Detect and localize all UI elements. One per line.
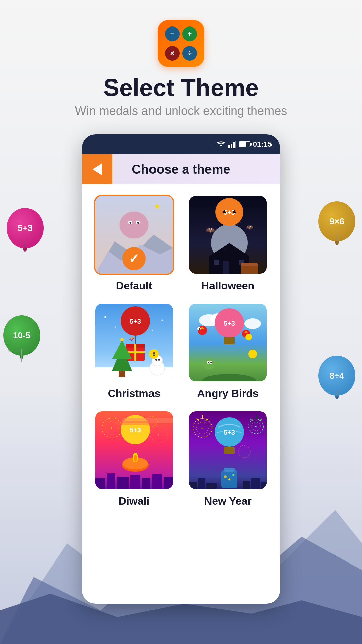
svg-point-77 bbox=[248, 350, 257, 358]
svg-text:✦: ✦ bbox=[254, 425, 257, 428]
svg-point-118 bbox=[232, 474, 234, 476]
theme-label-default: Default bbox=[116, 280, 152, 292]
diwali-bg-svg: ✦ ✦ 5+3 bbox=[95, 411, 174, 490]
svg-marker-3 bbox=[220, 145, 222, 147]
angry-birds-bg-svg: 5+3 bbox=[189, 304, 268, 383]
svg-rect-96 bbox=[142, 478, 150, 490]
balloon-text: 8÷4 bbox=[329, 371, 344, 381]
theme-card-default[interactable]: ★ ✓ bbox=[94, 195, 174, 275]
minus-symbol: − bbox=[165, 26, 180, 41]
signal-icon bbox=[228, 141, 236, 148]
divide-symbol: ÷ bbox=[182, 46, 197, 61]
svg-rect-120 bbox=[198, 478, 205, 490]
selected-checkmark: ✓ bbox=[122, 247, 146, 270]
svg-rect-119 bbox=[189, 482, 197, 490]
page-subtitle: Win medals and unlock exciting themes bbox=[75, 104, 287, 118]
svg-rect-94 bbox=[117, 477, 129, 490]
svg-rect-122 bbox=[243, 481, 250, 490]
svg-text:🦇: 🦇 bbox=[206, 226, 215, 235]
svg-rect-124 bbox=[261, 482, 268, 490]
svg-rect-6 bbox=[233, 142, 235, 148]
theme-card-halloween[interactable]: 5+3 🦇 🦇 bbox=[188, 195, 268, 275]
svg-point-76 bbox=[210, 362, 212, 363]
svg-rect-5 bbox=[231, 144, 232, 148]
svg-rect-7 bbox=[235, 141, 236, 148]
theme-item-default[interactable]: ★ ✓ bbox=[92, 195, 176, 292]
svg-rect-123 bbox=[251, 478, 260, 490]
svg-text:✦: ✦ bbox=[157, 433, 160, 437]
svg-point-54 bbox=[162, 320, 163, 321]
app-header: Choose a theme bbox=[82, 154, 280, 184]
svg-point-53 bbox=[115, 326, 116, 328]
theme-card-new-year[interactable]: ✦ ✦ 5+3 bbox=[188, 410, 268, 490]
svg-text:5+3: 5+3 bbox=[130, 318, 141, 325]
svg-rect-115 bbox=[224, 468, 235, 472]
svg-text:🦇: 🦇 bbox=[246, 224, 254, 231]
svg-rect-92 bbox=[95, 478, 105, 490]
back-button[interactable] bbox=[82, 154, 112, 184]
svg-rect-43 bbox=[119, 371, 125, 377]
svg-rect-27 bbox=[223, 261, 229, 275]
svg-rect-31 bbox=[241, 263, 258, 266]
status-icons: 01:15 bbox=[216, 140, 272, 149]
svg-point-52 bbox=[104, 316, 106, 318]
svg-text:5+3: 5+3 bbox=[224, 320, 235, 327]
theme-label-angry-birds: Angry Birds bbox=[197, 387, 258, 400]
svg-rect-111 bbox=[224, 447, 235, 454]
theme-item-halloween[interactable]: 5+3 🦇 🦇 bbox=[186, 195, 270, 292]
svg-text:5+3: 5+3 bbox=[224, 429, 235, 436]
back-arrow-icon bbox=[93, 163, 102, 175]
christmas-bg-svg: 5+3 bbox=[95, 304, 174, 383]
theme-item-christmas[interactable]: 5+3 bbox=[92, 302, 176, 400]
svg-text:✦: ✦ bbox=[227, 477, 231, 482]
time-display: 01:15 bbox=[253, 140, 272, 149]
svg-point-10 bbox=[120, 211, 149, 238]
theme-label-halloween: Halloween bbox=[201, 280, 254, 292]
svg-rect-95 bbox=[130, 475, 140, 490]
theme-item-angry-birds[interactable]: 5+3 bbox=[186, 302, 270, 400]
balloon-text: 10-5 bbox=[13, 330, 31, 341]
times-symbol: × bbox=[165, 46, 180, 61]
balloon-left-1: 5+3 bbox=[7, 208, 44, 252]
svg-point-13 bbox=[129, 222, 131, 224]
app-icon: − + × ÷ bbox=[158, 20, 204, 67]
battery-icon bbox=[239, 141, 250, 147]
theme-label-christmas: Christmas bbox=[108, 387, 161, 400]
phone-mockup: 01:15 Choose a theme bbox=[82, 134, 280, 604]
svg-point-68 bbox=[199, 328, 200, 330]
page-title: Select Theme bbox=[103, 74, 259, 101]
theme-label-diwali: Diwali bbox=[119, 495, 149, 507]
header-title: Choose a theme bbox=[112, 162, 280, 177]
svg-point-48 bbox=[158, 359, 160, 361]
svg-point-91 bbox=[134, 455, 137, 462]
svg-rect-100 bbox=[115, 421, 156, 425]
theme-card-christmas[interactable]: 5+3 bbox=[94, 302, 174, 383]
theme-card-diwali[interactable]: ✦ ✦ 5+3 bbox=[94, 410, 174, 490]
status-bar: 01:15 bbox=[82, 134, 280, 154]
svg-text:★: ★ bbox=[154, 202, 161, 211]
svg-point-14 bbox=[137, 222, 139, 224]
svg-rect-97 bbox=[152, 474, 162, 490]
wifi-icon bbox=[216, 141, 226, 148]
svg-point-44 bbox=[120, 338, 124, 341]
svg-rect-121 bbox=[206, 483, 217, 490]
svg-point-71 bbox=[245, 334, 252, 340]
balloon-left-2: 10-5 bbox=[3, 315, 40, 359]
svg-text:🛷: 🛷 bbox=[129, 336, 135, 342]
svg-text:5+3: 5+3 bbox=[130, 426, 141, 434]
svg-point-75 bbox=[208, 362, 209, 363]
theme-grid: ★ ✓ bbox=[82, 184, 280, 518]
theme-card-angry-birds[interactable]: 5+3 bbox=[188, 302, 268, 383]
balloon-right-2: 8÷4 bbox=[318, 356, 355, 399]
theme-item-diwali[interactable]: ✦ ✦ 5+3 bbox=[92, 410, 176, 507]
theme-item-new-year[interactable]: ✦ ✦ 5+3 bbox=[186, 410, 270, 507]
halloween-bg-svg: 5+3 🦇 🦇 bbox=[189, 196, 268, 275]
svg-text:✦: ✦ bbox=[110, 426, 113, 430]
svg-rect-98 bbox=[164, 477, 174, 490]
svg-text:✦: ✦ bbox=[201, 426, 203, 430]
balloon-right-1: 9×6 bbox=[318, 201, 355, 245]
svg-rect-4 bbox=[228, 145, 230, 148]
svg-point-59 bbox=[244, 318, 261, 329]
svg-point-72 bbox=[204, 359, 215, 369]
svg-rect-40 bbox=[126, 351, 145, 353]
